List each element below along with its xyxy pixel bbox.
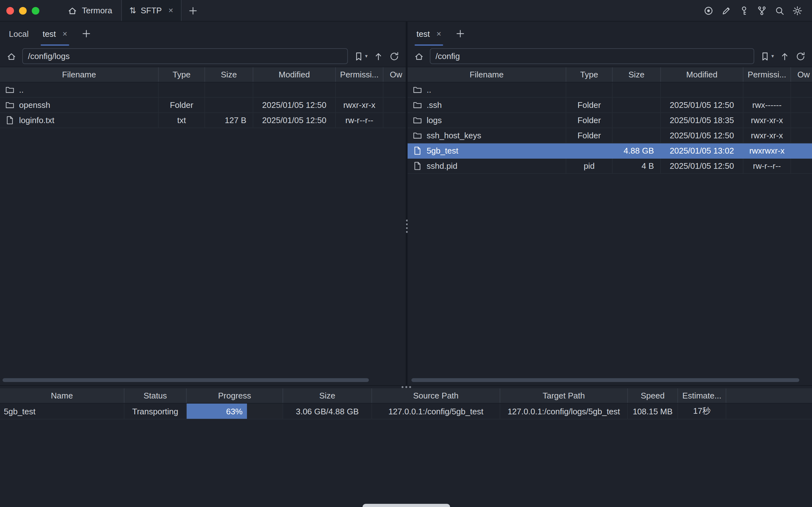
- horizontal-scrollbar[interactable]: [3, 378, 369, 382]
- column-header-modified[interactable]: Modified: [253, 67, 336, 82]
- file-permissions: rwxrwxr-x: [744, 144, 791, 158]
- column-header-size[interactable]: Size: [283, 388, 372, 403]
- column-header-filename[interactable]: Filename: [408, 67, 566, 82]
- column-header-size[interactable]: Size: [205, 67, 253, 82]
- file-size: 4 B: [613, 159, 661, 173]
- table-row[interactable]: ..: [408, 82, 812, 98]
- left-file-table: Filename Type Size Modified Permissi... …: [0, 67, 406, 385]
- transfer-table-header: Name Status Progress Size Source Path Ta…: [0, 388, 812, 404]
- close-icon[interactable]: ✕: [436, 30, 442, 37]
- path-input[interactable]: [430, 48, 754, 64]
- app-tab-label: Termora: [82, 6, 112, 15]
- refresh-button[interactable]: [389, 51, 399, 61]
- tab-sftp[interactable]: ⇅ SFTP ✕: [121, 0, 181, 21]
- file-size: [613, 128, 661, 143]
- branch-icon: [757, 5, 767, 15]
- horizontal-scrollbar[interactable]: [412, 378, 799, 382]
- tab-local[interactable]: Local: [9, 21, 29, 46]
- keys-button[interactable]: [738, 4, 750, 17]
- table-row[interactable]: logs Folder 2025/01/05 18:35 rwxr-xr-x: [408, 113, 812, 128]
- tab-termora[interactable]: Termora: [58, 0, 121, 21]
- right-pane-tabs: test ✕: [408, 21, 812, 46]
- file-type: txt: [159, 113, 205, 127]
- right-path-bar: ▾: [408, 46, 812, 67]
- transfer-status: Transporting: [124, 404, 187, 419]
- folder-icon: [5, 85, 15, 95]
- table-row[interactable]: ssh_host_keys Folder 2025/01/05 12:50 rw…: [408, 128, 812, 144]
- file-type: Folder: [159, 98, 205, 112]
- parent-dir-button[interactable]: [373, 51, 383, 61]
- search-button[interactable]: [773, 4, 786, 17]
- split-handle-horizontal[interactable]: [0, 385, 812, 388]
- new-pane-tab-button[interactable]: [82, 29, 92, 39]
- table-row[interactable]: sshd.pid pid 4 B 2025/01/05 12:50 rw-r--…: [408, 159, 812, 174]
- plus-icon: [455, 29, 466, 39]
- file-name: ..: [427, 85, 431, 95]
- tab-test-right[interactable]: test ✕: [417, 21, 442, 46]
- window-controls: [0, 0, 48, 21]
- home-button[interactable]: [414, 51, 424, 61]
- file-name: openssh: [19, 100, 50, 110]
- bookmark-button[interactable]: ▾: [760, 51, 774, 61]
- column-header-source-path[interactable]: Source Path: [372, 388, 500, 403]
- tab-test-left[interactable]: test ✕: [43, 21, 68, 46]
- close-window-button[interactable]: [6, 7, 14, 14]
- minimize-window-button[interactable]: [19, 7, 27, 14]
- folder-icon: [413, 131, 422, 140]
- refresh-button[interactable]: [796, 51, 806, 61]
- plus-icon: [188, 5, 198, 15]
- column-header-progress[interactable]: Progress: [187, 388, 283, 403]
- branch-button[interactable]: [756, 4, 768, 17]
- settings-button[interactable]: [791, 4, 804, 17]
- gear-icon: [792, 5, 803, 15]
- column-header-speed[interactable]: Speed: [628, 388, 678, 403]
- home-button[interactable]: [6, 51, 16, 61]
- refresh-icon: [389, 51, 399, 61]
- column-header-target-path[interactable]: Target Path: [500, 388, 628, 403]
- column-header-type[interactable]: Type: [159, 67, 205, 82]
- folder-icon: [5, 100, 15, 110]
- table-header: Filename Type Size Modified Permissi... …: [408, 67, 812, 82]
- close-icon[interactable]: ✕: [168, 7, 174, 14]
- folder-icon: [413, 100, 422, 110]
- bookmark-button[interactable]: ▾: [354, 51, 368, 61]
- home-icon: [67, 5, 77, 15]
- new-tab-button[interactable]: [181, 0, 205, 21]
- record-button[interactable]: [702, 4, 715, 17]
- table-row[interactable]: loginfo.txt txt 127 B 2025/01/05 12:50 r…: [0, 113, 406, 128]
- new-pane-tab-button[interactable]: [455, 29, 466, 39]
- home-icon: [6, 51, 16, 61]
- left-file-pane: Local test ✕ ▾: [0, 21, 406, 385]
- column-header-owner[interactable]: Ow: [791, 67, 812, 82]
- table-row[interactable]: .ssh Folder 2025/01/05 12:50 rwx------: [408, 98, 812, 113]
- column-header-type[interactable]: Type: [566, 67, 613, 82]
- column-header-owner[interactable]: Ow: [383, 67, 406, 82]
- table-row[interactable]: openssh Folder 2025/01/05 12:50 rwxr-xr-…: [0, 98, 406, 113]
- file-modified: [253, 82, 336, 97]
- file-modified: 2025/01/05 18:35: [661, 113, 744, 127]
- table-row[interactable]: ..: [0, 82, 406, 98]
- close-icon[interactable]: ✕: [62, 30, 68, 37]
- column-header-filler: [726, 388, 812, 403]
- app-window: Termora ⇅ SFTP ✕ Local: [0, 0, 812, 507]
- file-icon: [5, 115, 15, 125]
- column-header-name[interactable]: Name: [0, 388, 124, 403]
- parent-dir-button[interactable]: [779, 51, 790, 61]
- zoom-window-button[interactable]: [32, 7, 39, 14]
- bookmark-icon: [354, 51, 364, 61]
- column-header-estimate[interactable]: Estimate...: [678, 388, 726, 403]
- pencil-icon: [721, 5, 732, 15]
- path-input[interactable]: [22, 48, 348, 64]
- column-header-modified[interactable]: Modified: [661, 67, 744, 82]
- column-header-permissions[interactable]: Permissi...: [336, 67, 383, 82]
- transfer-row[interactable]: 5gb_test Transporting 63% 3.06 GB/4.88 G…: [0, 404, 812, 419]
- table-row-selected[interactable]: 5gb_test 4.88 GB 2025/01/05 13:02 rwxrwx…: [408, 144, 812, 159]
- column-header-status[interactable]: Status: [124, 388, 187, 403]
- refresh-icon: [796, 51, 806, 61]
- edit-button[interactable]: [720, 4, 733, 17]
- column-header-size[interactable]: Size: [613, 67, 661, 82]
- column-header-permissions[interactable]: Permissi...: [744, 67, 791, 82]
- titlebar-actions: [702, 0, 812, 21]
- column-header-filename[interactable]: Filename: [0, 67, 159, 82]
- file-size: [613, 98, 661, 112]
